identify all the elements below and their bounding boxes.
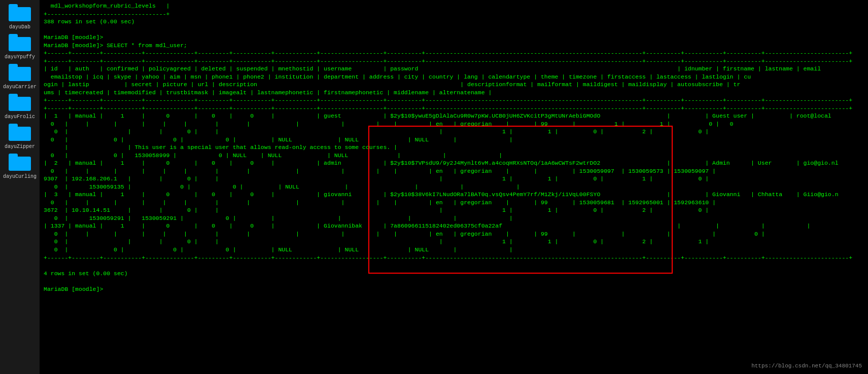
folder-icon-dayuzipper xyxy=(9,124,31,142)
terminal-area: mdl_workshopform_rubric_levels | +------… xyxy=(40,0,868,374)
sidebar-item-dayucurling[interactable]: dayuCurling xyxy=(2,154,38,179)
terminal-output: mdl_workshopform_rubric_levels | +------… xyxy=(44,2,864,301)
folder-icon-dayudab xyxy=(9,4,31,22)
sidebar-label-dayuypuffy: dayuYpuffy xyxy=(5,54,35,60)
sidebar-item-dayufrolic[interactable]: dayuFrolic xyxy=(2,94,38,120)
url-bar: https://blog.csdn.net/qq_34801745 xyxy=(751,362,862,370)
folder-icon-dayucarrier xyxy=(9,64,31,82)
folder-icon-dayuypuffy xyxy=(9,34,31,52)
sidebar: dayuDab dayuYpuffy dayuCarrier dayuFroli… xyxy=(0,0,40,374)
sidebar-item-dayuzipper[interactable]: dayuZipper xyxy=(2,124,38,149)
sidebar-item-dayudab[interactable]: dayuDab xyxy=(2,4,38,30)
sidebar-label-dayucurling: dayuCurling xyxy=(3,174,37,179)
sidebar-label-dayuzipper: dayuZipper xyxy=(5,144,35,149)
folder-icon-dayufrolic xyxy=(9,94,31,112)
folder-icon-dayucurling xyxy=(9,154,31,172)
url-text: https://blog.csdn.net/qq_34801745 xyxy=(751,363,862,369)
sidebar-label-dayufrolic: dayuFrolic xyxy=(5,114,35,120)
sidebar-label-dayucarrier: dayuCarrier xyxy=(3,84,37,90)
sidebar-item-dayuypuffy[interactable]: dayuYpuffy xyxy=(2,34,38,60)
sidebar-item-dayucarrier[interactable]: dayuCarrier xyxy=(2,64,38,90)
sidebar-label-dayudab: dayuDab xyxy=(9,24,30,30)
